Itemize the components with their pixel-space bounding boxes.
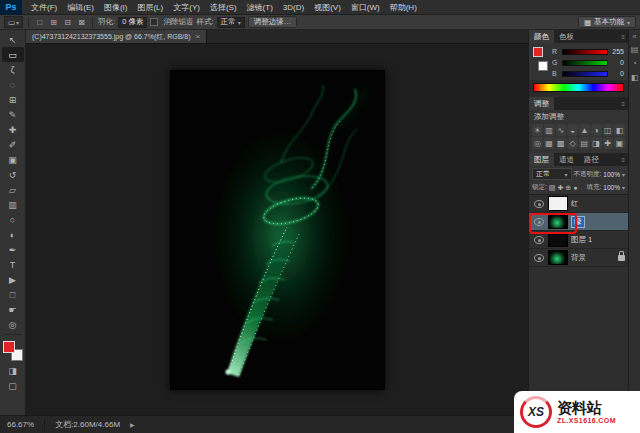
style-select[interactable]: 正常 ▾	[217, 17, 245, 28]
color-lookup-icon[interactable]: ▩	[556, 137, 567, 149]
slider-value[interactable]: 0	[611, 70, 624, 77]
levels-icon[interactable]: ▥	[544, 124, 555, 136]
type-tool[interactable]: T	[2, 257, 24, 272]
brush-tool[interactable]: ✐	[2, 137, 24, 152]
antialias-checkbox[interactable]	[150, 18, 158, 26]
new-selection-icon[interactable]: □	[34, 17, 45, 28]
gradient-map-icon[interactable]: ▣	[614, 137, 625, 149]
hue-saturation-icon[interactable]: ◑	[591, 124, 602, 136]
shape-tool[interactable]: □	[2, 287, 24, 302]
posterize-icon[interactable]: ▤	[579, 137, 590, 149]
menu-item[interactable]: 图像(I)	[99, 2, 133, 13]
quick-selection-tool[interactable]: ◌	[2, 77, 24, 92]
menu-item[interactable]: 帮助(H)	[385, 2, 422, 13]
visibility-toggle[interactable]	[532, 200, 545, 208]
layer-row[interactable]: 背景	[529, 249, 628, 267]
canvas-image[interactable]	[170, 70, 385, 390]
opacity-value[interactable]: 100%	[603, 171, 620, 178]
menu-item[interactable]: 3D(D)	[278, 3, 309, 12]
color-spectrum-ramp[interactable]	[533, 83, 624, 92]
black-white-icon[interactable]: ◧	[614, 124, 625, 136]
panel-tab[interactable]: 色板	[554, 30, 579, 43]
color-slider-track[interactable]	[562, 71, 608, 77]
tool-preset-picker[interactable]: ▭ ▾	[4, 16, 23, 28]
history-brush-tool[interactable]: ↺	[2, 167, 24, 182]
lock-position-icon[interactable]: ⊕	[565, 184, 571, 192]
spot-healing-brush-tool[interactable]: ✚	[2, 122, 24, 137]
canvas-pasteboard[interactable]	[26, 44, 528, 415]
collapsed-panel-info-icon[interactable]: ◧	[631, 73, 639, 82]
collapse-dock-icon[interactable]: «	[633, 33, 637, 40]
zoom-tool[interactable]: ◎	[2, 317, 24, 332]
tab-adjustments[interactable]: 调整	[529, 97, 554, 110]
visibility-toggle[interactable]	[532, 254, 545, 262]
close-icon[interactable]: ×	[195, 32, 200, 41]
document-tab[interactable]: (C)473731242132373555.jpg @ 66.7%(红, RGB…	[26, 30, 207, 43]
color-slider-track[interactable]	[562, 60, 608, 66]
menu-item[interactable]: 视图(V)	[309, 2, 346, 13]
panel-menu-icon[interactable]: ≡	[604, 153, 628, 166]
collapsed-panel-history-icon[interactable]: ▤	[631, 45, 639, 54]
eyedropper-tool[interactable]: ✎	[2, 107, 24, 122]
crop-tool[interactable]: ⊞	[2, 92, 24, 107]
panel-tab[interactable]: 颜色	[529, 30, 554, 43]
rectangular-marquee-tool[interactable]: ▭	[2, 47, 24, 62]
move-tool[interactable]: ↖	[2, 32, 24, 47]
hand-tool[interactable]: ☛	[2, 302, 24, 317]
layer-name[interactable]: 图层 1	[571, 235, 592, 245]
invert-icon[interactable]: ◇	[567, 137, 578, 149]
panel-tab[interactable]: 图层	[529, 153, 554, 166]
feather-input[interactable]: 0 像素	[118, 17, 147, 28]
blend-mode-select[interactable]: 正常 ▾	[532, 168, 572, 180]
slider-value[interactable]: 0	[611, 59, 624, 66]
menu-item[interactable]: 文字(Y)	[168, 2, 205, 13]
workspace-switcher[interactable]: ▦ 基本功能 ▾	[578, 16, 636, 28]
layer-name[interactable]: 红	[571, 199, 579, 209]
quick-mask-button[interactable]: ◨	[2, 363, 24, 378]
panel-tab[interactable]: 路径	[579, 153, 604, 166]
layer-thumbnail[interactable]	[548, 232, 568, 247]
menu-item[interactable]: 编辑(E)	[62, 2, 99, 13]
lasso-tool[interactable]: ζ	[2, 62, 24, 77]
curves-icon[interactable]: ∿	[556, 124, 567, 136]
visibility-toggle[interactable]	[532, 218, 545, 226]
path-selection-tool[interactable]: ▶	[2, 272, 24, 287]
menu-item[interactable]: 选择(S)	[205, 2, 242, 13]
menu-item[interactable]: 滤镜(T)	[242, 2, 278, 13]
intersect-selection-icon[interactable]: ⊠	[76, 17, 87, 28]
pen-tool[interactable]: ✒	[2, 242, 24, 257]
selective-color-icon[interactable]: ✚	[603, 137, 614, 149]
screen-mode-button[interactable]: ▢	[2, 378, 24, 393]
menu-item[interactable]: 文件(F)	[26, 2, 62, 13]
clone-stamp-tool[interactable]: ▣	[2, 152, 24, 167]
add-selection-icon[interactable]: ⊞	[48, 17, 59, 28]
subtract-selection-icon[interactable]: ⊟	[62, 17, 73, 28]
layer-row[interactable]: 红	[529, 195, 628, 213]
layer-name[interactable]: 绿	[571, 216, 585, 228]
eraser-tool[interactable]: ▱	[2, 182, 24, 197]
menu-item[interactable]: 窗口(W)	[346, 2, 385, 13]
refine-edge-button[interactable]: 调整边缘…	[248, 16, 298, 28]
menu-item[interactable]: 图层(L)	[132, 2, 168, 13]
brightness-contrast-icon[interactable]: ☀	[532, 124, 543, 136]
lock-transparency-icon[interactable]: ▨	[549, 184, 556, 192]
foreground-color-swatch[interactable]	[533, 47, 543, 57]
gradient-tool[interactable]: ▥	[2, 197, 24, 212]
color-balance-icon[interactable]: ◫	[603, 124, 614, 136]
vibrance-icon[interactable]: ▲	[579, 124, 590, 136]
layer-name[interactable]: 背景	[571, 253, 586, 263]
panel-tab[interactable]: 通道	[554, 153, 579, 166]
slider-value[interactable]: 255	[611, 48, 624, 55]
color-slider-track[interactable]	[562, 49, 608, 55]
background-color-swatch[interactable]	[538, 61, 548, 71]
threshold-icon[interactable]: ◨	[591, 137, 602, 149]
fill-value[interactable]: 100%	[603, 184, 620, 191]
layer-thumbnail[interactable]	[548, 250, 568, 265]
status-options-arrow[interactable]: ▶	[130, 421, 135, 428]
layer-thumbnail[interactable]	[548, 196, 568, 211]
panel-menu-icon[interactable]: ≡	[554, 97, 628, 110]
dodge-tool[interactable]: ◐	[2, 227, 24, 242]
lock-pixels-icon[interactable]: ✚	[557, 184, 563, 192]
foreground-color-swatch[interactable]	[3, 341, 15, 353]
photo-filter-icon[interactable]: ◎	[532, 137, 543, 149]
